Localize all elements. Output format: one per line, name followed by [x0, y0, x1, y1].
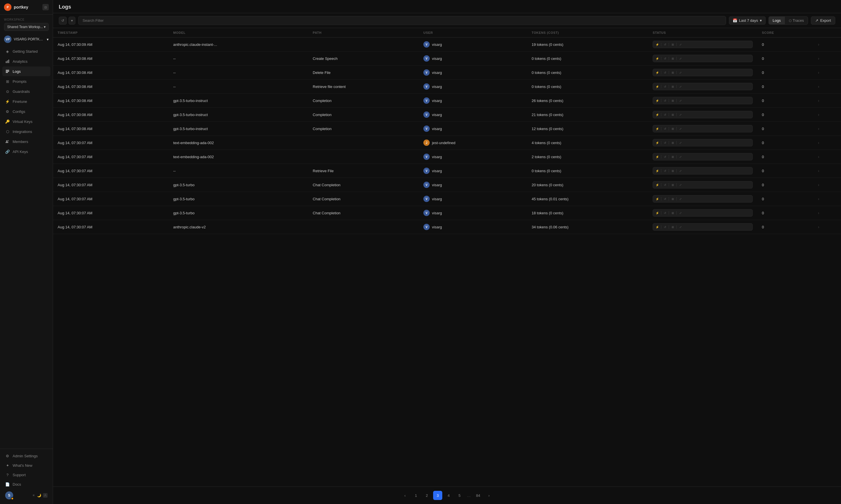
- sidebar-item-admin-settings[interactable]: ⚙ Admin Settings: [2, 451, 51, 461]
- share-icon[interactable]: ⤢: [678, 56, 683, 61]
- action-icon-flash[interactable]: ⚡: [655, 210, 660, 215]
- retry-icon[interactable]: ↺: [662, 42, 667, 47]
- share-icon[interactable]: ⤢: [678, 182, 683, 187]
- retry-icon[interactable]: ↺: [662, 56, 667, 61]
- sidebar-item-configs[interactable]: ⚙ Configs: [2, 107, 51, 116]
- action-icon-flash[interactable]: ⚡: [655, 154, 660, 159]
- sidebar-item-whats-new[interactable]: ✦ What's New: [2, 461, 51, 470]
- action-icon-flash[interactable]: ⚡: [655, 182, 660, 187]
- share-icon[interactable]: ⤢: [678, 168, 683, 173]
- expand-icon[interactable]: ⊠: [670, 210, 675, 215]
- share-icon[interactable]: ⤢: [678, 210, 683, 215]
- retry-icon[interactable]: ↺: [662, 84, 667, 89]
- expand-icon[interactable]: ⊠: [670, 196, 675, 201]
- table-row[interactable]: Aug 14, 07:30:08 AM gpt-3.5-turbo-instru…: [53, 108, 841, 122]
- logs-view-button[interactable]: Logs: [769, 17, 785, 24]
- export-button[interactable]: ↗ Export: [811, 16, 835, 25]
- action-icon-flash[interactable]: ⚡: [655, 126, 660, 131]
- share-icon[interactable]: ⤢: [678, 42, 683, 47]
- expand-icon[interactable]: ⊠: [670, 182, 675, 187]
- table-row[interactable]: Aug 14, 07:30:08 AM -- Delete File V vis…: [53, 66, 841, 80]
- sidebar-item-getting-started[interactable]: ◈ Getting Started: [2, 47, 51, 56]
- retry-icon[interactable]: ↺: [662, 98, 667, 103]
- retry-icon[interactable]: ↺: [662, 112, 667, 117]
- retry-icon[interactable]: ↺: [662, 210, 667, 215]
- share-icon[interactable]: ⤢: [678, 84, 683, 89]
- theme-a-icon[interactable]: A: [43, 493, 48, 498]
- action-icon-flash[interactable]: ⚡: [655, 140, 660, 145]
- action-icon-flash[interactable]: ⚡: [655, 42, 660, 47]
- action-icon-flash[interactable]: ⚡: [655, 168, 660, 173]
- action-icon-flash[interactable]: ⚡: [655, 224, 660, 230]
- page-button-1[interactable]: 1: [411, 491, 420, 500]
- action-icon-flash[interactable]: ⚡: [655, 84, 660, 89]
- table-row[interactable]: Aug 14, 07:30:07 AM gpt-3.5-turbo Chat C…: [53, 192, 841, 206]
- sidebar-item-members[interactable]: Members: [2, 137, 51, 146]
- expand-icon[interactable]: ⊠: [670, 154, 675, 159]
- share-icon[interactable]: ⤢: [678, 126, 683, 131]
- table-row[interactable]: Aug 14, 07:30:08 AM -- Create Speech V v…: [53, 52, 841, 66]
- table-row[interactable]: Aug 14, 07:30:09 AM anthropic.claude-ins…: [53, 38, 841, 52]
- table-row[interactable]: Aug 14, 07:30:07 AM text-embedding-ada-0…: [53, 136, 841, 150]
- sidebar-item-prompts[interactable]: ⊞ Prompts: [2, 76, 51, 86]
- expand-icon[interactable]: ⊠: [670, 70, 675, 75]
- table-row[interactable]: Aug 14, 07:30:08 AM gpt-3.5-turbo-instru…: [53, 94, 841, 108]
- table-row[interactable]: Aug 14, 07:30:07 AM -- Retrieve File V v…: [53, 164, 841, 178]
- share-icon[interactable]: ⤢: [678, 70, 683, 75]
- share-icon[interactable]: ⤢: [678, 112, 683, 117]
- refresh-button[interactable]: ↺: [59, 17, 67, 25]
- table-row[interactable]: Aug 14, 07:30:08 AM -- Retrieve file con…: [53, 80, 841, 94]
- retry-icon[interactable]: ↺: [662, 126, 667, 131]
- action-icon-flash[interactable]: ⚡: [655, 56, 660, 61]
- share-icon[interactable]: ⤢: [678, 196, 683, 201]
- share-icon[interactable]: ⤢: [678, 140, 683, 145]
- expand-icon[interactable]: ⊠: [670, 42, 675, 47]
- retry-icon[interactable]: ↺: [662, 168, 667, 173]
- expand-icon[interactable]: ⊠: [670, 84, 675, 89]
- page-button-84[interactable]: 84: [473, 491, 483, 500]
- search-input[interactable]: [78, 16, 726, 25]
- sidebar-item-analytics[interactable]: Analytics: [2, 56, 51, 66]
- retry-icon[interactable]: ↺: [662, 140, 667, 145]
- page-button-4[interactable]: 4: [444, 491, 453, 500]
- table-row[interactable]: Aug 14, 07:30:08 AM gpt-3.5-turbo-instru…: [53, 122, 841, 136]
- filter-chevron-button[interactable]: ▾: [69, 17, 75, 25]
- page-button-5[interactable]: 5: [455, 491, 464, 500]
- retry-icon[interactable]: ↺: [662, 154, 667, 159]
- sidebar-item-integrations[interactable]: ⬡ Integrations: [2, 127, 51, 137]
- retry-icon[interactable]: ↺: [662, 196, 667, 201]
- page-button-2[interactable]: 2: [422, 491, 431, 500]
- sidebar-item-support[interactable]: ? Support: [2, 470, 51, 479]
- share-icon[interactable]: ⤢: [678, 154, 683, 159]
- action-icon-flash[interactable]: ⚡: [655, 98, 660, 103]
- share-icon[interactable]: ⤢: [678, 224, 683, 230]
- theme-sun-icon[interactable]: ☀: [32, 493, 35, 498]
- prev-page-button[interactable]: ‹: [400, 491, 410, 500]
- share-icon[interactable]: ⤢: [678, 98, 683, 103]
- retry-icon[interactable]: ↺: [662, 224, 667, 230]
- retry-icon[interactable]: ↺: [662, 70, 667, 75]
- expand-icon[interactable]: ⊠: [670, 56, 675, 61]
- action-icon-flash[interactable]: ⚡: [655, 70, 660, 75]
- table-row[interactable]: Aug 14, 07:30:07 AM text-embedding-ada-0…: [53, 150, 841, 164]
- expand-icon[interactable]: ⊠: [670, 112, 675, 117]
- expand-icon[interactable]: ⊠: [670, 98, 675, 103]
- sidebar-item-logs[interactable]: Logs: [2, 67, 51, 76]
- theme-moon-icon[interactable]: 🌙: [37, 493, 41, 498]
- table-row[interactable]: Aug 14, 07:30:07 AM gpt-3.5-turbo Chat C…: [53, 178, 841, 192]
- page-button-3[interactable]: 3: [433, 491, 442, 500]
- expand-icon[interactable]: ⊠: [670, 126, 675, 131]
- sidebar-item-virtual-keys[interactable]: 🔑 Virtual Keys: [2, 116, 51, 126]
- active-status-icon[interactable]: ⚡: [655, 196, 660, 201]
- sidebar-item-api-keys[interactable]: 🔗 API Keys: [2, 147, 51, 157]
- retry-icon[interactable]: ↺: [662, 182, 667, 187]
- expand-icon[interactable]: ⊠: [670, 140, 675, 145]
- action-icon-flash[interactable]: ⚡: [655, 112, 660, 117]
- expand-icon[interactable]: ⊠: [670, 224, 675, 230]
- sidebar-item-docs[interactable]: 📄 Docs: [2, 480, 51, 489]
- user-row[interactable]: VP VISARG PORTKEY ... ▾: [0, 33, 53, 45]
- time-filter-button[interactable]: 📅 Last 7 days ▾: [729, 16, 766, 25]
- expand-icon[interactable]: ⊠: [670, 168, 675, 173]
- sidebar-toggle-button[interactable]: ⊡: [42, 4, 49, 10]
- traces-view-button[interactable]: ⬡ Traces: [785, 17, 808, 24]
